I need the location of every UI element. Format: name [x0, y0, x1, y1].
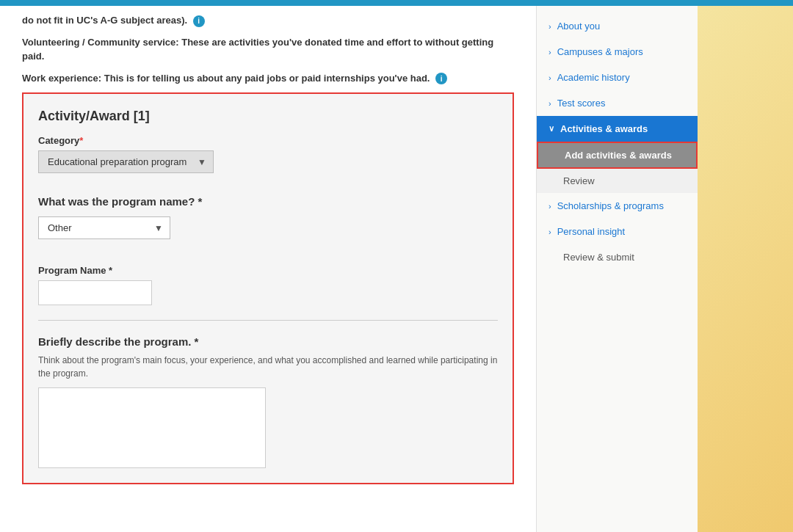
- activity-title: Activity/Award [1]: [38, 109, 498, 124]
- page-wrapper: do not fit in UC's A-G subject areas). i…: [0, 6, 793, 532]
- sidebar-item-test-scores[interactable]: › Test scores: [537, 90, 698, 116]
- sidebar-item-label: Campuses & majors: [557, 46, 643, 57]
- describe-textarea[interactable]: [38, 387, 266, 468]
- divider: [38, 320, 498, 321]
- program-name-select[interactable]: OtherAnother option: [38, 216, 170, 239]
- sidebar-subitem-label: Review: [563, 175, 595, 186]
- chevron-icon: ›: [548, 99, 551, 108]
- sidebar-item-label: Test scores: [557, 98, 606, 109]
- category-select[interactable]: Educational preparation program: [38, 150, 214, 173]
- info-icon-2[interactable]: i: [435, 73, 447, 84]
- category-label: Category*: [38, 135, 498, 146]
- sidebar-item-activities[interactable]: ∨ Activities & awards: [537, 116, 698, 142]
- chevron-down-icon: ∨: [548, 124, 554, 134]
- sidebar-item-personal-insight[interactable]: › Personal insight: [537, 219, 698, 244]
- sidebar-item-label: About you: [557, 21, 601, 32]
- chevron-icon: ›: [548, 48, 551, 57]
- intro-line3: Work experience: This is for telling us …: [22, 71, 514, 86]
- describe-title: Briefly describe the program. *: [38, 335, 498, 348]
- sidebar-item-academic[interactable]: › Academic history: [537, 65, 698, 90]
- sidebar-item-label: Review & submit: [563, 252, 634, 263]
- sidebar-item-about-you[interactable]: › About you: [537, 13, 698, 39]
- program-name-input[interactable]: [38, 280, 152, 305]
- sidebar: › About you › Campuses & majors › Academ…: [536, 6, 698, 532]
- sidebar-item-label: Scholarships & programs: [557, 200, 664, 211]
- sidebar-item-label: Personal insight: [557, 226, 626, 237]
- top-bar: [0, 0, 793, 6]
- chevron-icon: ›: [548, 73, 551, 82]
- chevron-icon: ›: [548, 227, 551, 236]
- category-select-wrapper: Educational preparation program ▼: [38, 150, 214, 173]
- intro-line1: do not fit in UC's A-G subject areas). i: [22, 13, 514, 28]
- main-content: do not fit in UC's A-G subject areas). i…: [0, 6, 536, 532]
- sidebar-subitem-add-activities[interactable]: Add activities & awards: [537, 142, 698, 169]
- sidebar-item-label: Activities & awards: [560, 123, 648, 134]
- activity-box: Activity/Award [1] Category* Educational…: [22, 92, 514, 484]
- intro-line2: Volunteering / Community service: These …: [22, 35, 514, 64]
- sidebar-item-scholarships[interactable]: › Scholarships & programs: [537, 193, 698, 219]
- program-select-wrapper: OtherAnother option ▼: [38, 216, 170, 239]
- sidebar-item-campuses[interactable]: › Campuses & majors: [537, 39, 698, 65]
- sidebar-subitem-label: Add activities & awards: [565, 150, 672, 161]
- sidebar-item-review-submit[interactable]: Review & submit: [537, 244, 698, 270]
- program-name-question: What was the program name? *: [38, 195, 498, 208]
- sidebar-item-label: Academic history: [557, 72, 630, 83]
- program-name-label: Program Name *: [38, 265, 498, 276]
- chevron-icon: ›: [548, 22, 551, 31]
- chevron-icon: ›: [548, 202, 551, 211]
- describe-hint: Think about the program's main focus, yo…: [38, 354, 498, 380]
- info-icon-1[interactable]: i: [193, 15, 205, 27]
- sidebar-subitem-review[interactable]: Review: [537, 169, 698, 193]
